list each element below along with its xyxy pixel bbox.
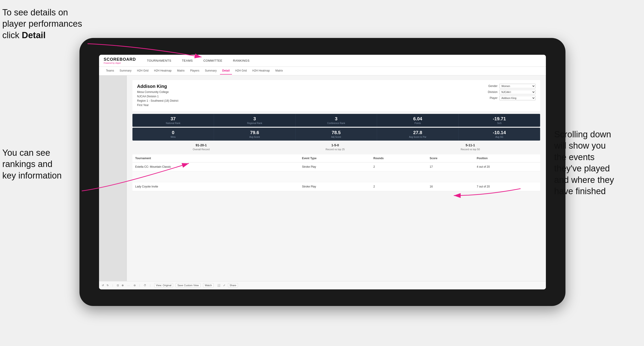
stat-label-sos: SoS <box>461 122 537 125</box>
division-control: Division NJCAA I <box>485 90 536 94</box>
cell-position-3: 7 out of 20 <box>474 182 540 191</box>
stat-value-avg-sg: -10.14 <box>461 130 537 135</box>
sep4: | <box>150 284 151 287</box>
main-panel: Addison King Mesa Community College NJCA… <box>127 75 546 281</box>
col-empty <box>280 154 299 163</box>
annotation-topleft: To see details on player performances cl… <box>2 7 90 41</box>
gender-select[interactable]: Women <box>499 84 536 88</box>
content-area: Addison King Mesa Community College NJCA… <box>99 75 546 281</box>
stat-avg-sg: -10.14 Avg SG <box>458 128 540 141</box>
record-top25-label: Record vs top 25 <box>326 148 345 151</box>
fullscreen-icon[interactable]: ⤢ <box>223 284 225 287</box>
record-overall-label: Overall Record <box>193 148 210 151</box>
subnav-summary2[interactable]: Summary <box>202 67 219 75</box>
stat-label-regional: Regional Rank <box>217 122 292 125</box>
save-custom-view-button[interactable]: Save Custom View <box>176 283 200 287</box>
cell-score-1: 17 <box>427 163 474 172</box>
nav-tournaments[interactable]: TOURNAMENTS <box>145 58 173 63</box>
tablet-screen: SCOREBOARD Powered by clippd TOURNAMENTS… <box>99 55 546 289</box>
stat-label-points: Points <box>380 122 456 125</box>
stat-value-national: 37 <box>135 116 211 122</box>
zoom-in-icon[interactable]: ⊕ <box>122 284 124 287</box>
cell-empty-1 <box>280 163 299 172</box>
stat-regional-rank: 3 Regional Rank <box>214 114 296 127</box>
sep1: | <box>112 284 113 287</box>
stat-national-rank: 37 National Rank <box>132 114 214 127</box>
stat-label-conference: Conference Rank <box>298 122 374 125</box>
subnav-h2h-grid[interactable]: H2H Grid <box>135 67 151 75</box>
col-position: Position <box>474 154 540 163</box>
stat-label-avg-sg: Avg SG <box>461 136 537 138</box>
view-original-button[interactable]: View: Original <box>154 283 173 287</box>
annotation-bottomright: Scrolling downwill show youthe eventsthe… <box>554 129 642 197</box>
sep2: — <box>127 284 130 287</box>
annotation-topleft-text: To see details on player performances cl… <box>2 7 82 40</box>
player-header: Addison King Mesa Community College NJCA… <box>132 80 540 111</box>
player-division: NJCAA Division 1 <box>137 94 178 99</box>
bottom-toolbar: ↺ ↻ | ⊡ ⊕ — ⊖ | ⏱ | View: Original Save … <box>99 281 546 289</box>
share-button[interactable]: Share <box>228 283 238 287</box>
stat-value-avg-par: 27.8 <box>380 130 456 135</box>
player-control: Player Addison King <box>485 96 536 100</box>
subnav-h2h-heatmap[interactable]: H2H Heatmap <box>152 67 174 75</box>
present-icon[interactable]: ⬜ <box>217 284 220 287</box>
stat-value-sos: -19.71 <box>461 116 537 122</box>
subnav-detail[interactable]: Detail <box>220 67 232 75</box>
stat-label-national: National Rank <box>135 122 211 125</box>
logo-sub: Powered by clippd <box>104 62 136 64</box>
undo-icon[interactable]: ↺ <box>102 284 104 287</box>
stat-label-avg-score: Avg Score <box>217 136 292 138</box>
timer-icon: ⏱ <box>144 284 146 287</box>
stat-label-wins: Wins <box>135 136 211 138</box>
stat-avg-score: 79.6 Avg Score <box>214 128 296 141</box>
record-overall: 91-20-1 Overall Record <box>193 143 210 151</box>
redo-icon[interactable]: ↻ <box>107 284 109 287</box>
subnav-h2h-grid2[interactable]: H2H Grid <box>233 67 249 75</box>
annotation-bottomleft-text: You can seerankings andkey information <box>2 148 62 180</box>
cell-score-3: 16 <box>427 182 474 191</box>
gender-control: Gender Women <box>485 84 536 88</box>
stat-value-conference: 3 <box>298 116 374 122</box>
cell-event-1: Stroke Play <box>299 163 370 172</box>
player-name: Addison King <box>137 84 178 89</box>
col-event-type: Event Type <box>299 154 370 163</box>
subnav-matrix2[interactable]: Matrix <box>273 67 286 75</box>
stat-points: 6.04 Points <box>377 114 458 127</box>
gender-label: Gender <box>485 84 498 88</box>
record-top50: 5-11-1 Record vs top 50 <box>461 143 480 151</box>
stats-row2: 0 Wins 79.6 Avg Score 78.5 Adj Score 27.… <box>132 128 540 141</box>
cell-tournament-3: Lady Coyote Invite <box>132 182 280 191</box>
stat-wins: 0 Wins <box>132 128 214 141</box>
player-controls: Gender Women Division NJCAA I <box>485 84 536 100</box>
logo-title: SCOREBOARD <box>104 57 136 62</box>
nav-rankings[interactable]: RANKINGS <box>231 58 251 63</box>
nav-teams[interactable]: TEAMS <box>180 58 195 63</box>
cell-position-1: 4 out of 20 <box>474 163 540 172</box>
table-row-empty <box>132 172 540 182</box>
col-tournament: Tournament <box>132 154 280 163</box>
player-region: Region 1 - Southwest (18) District <box>137 99 178 103</box>
cell-tournament-1: Estella CC- Mountain Classic <box>132 163 280 172</box>
stat-conference-rank: 3 Conference Rank <box>296 114 377 127</box>
record-top25: 1-5-0 Record vs top 25 <box>326 143 345 151</box>
subnav-players[interactable]: Players <box>188 67 202 75</box>
player-select[interactable]: Addison King <box>499 96 536 100</box>
zoom-fit-icon[interactable]: ⊡ <box>117 284 119 287</box>
player-info: Addison King Mesa Community College NJCA… <box>137 84 178 108</box>
stat-value-regional: 3 <box>217 116 292 122</box>
zoom-out-icon[interactable]: ⊖ <box>134 284 136 287</box>
col-rounds: Rounds <box>370 154 427 163</box>
subnav-matrix[interactable]: Matrix <box>175 67 187 75</box>
records-row: 91-20-1 Overall Record 1-5-0 Record vs t… <box>132 143 540 151</box>
subnav-teams[interactable]: Teams <box>104 67 116 75</box>
subnav-h2h-heatmap2[interactable]: H2H Heatmap <box>250 67 272 75</box>
nav-committee[interactable]: COMMITTEE <box>202 58 224 63</box>
watch-button[interactable]: Watch <box>203 283 214 287</box>
table-row: Estella CC- Mountain Classic Stroke Play… <box>132 163 540 172</box>
division-select[interactable]: NJCAA I <box>499 90 536 94</box>
subnav-summary[interactable]: Summary <box>117 67 134 75</box>
stat-value-wins: 0 <box>135 130 211 135</box>
tablet: SCOREBOARD Powered by clippd TOURNAMENTS… <box>80 38 566 306</box>
record-overall-value: 91-20-1 <box>193 143 210 147</box>
sep3: | <box>139 284 140 287</box>
